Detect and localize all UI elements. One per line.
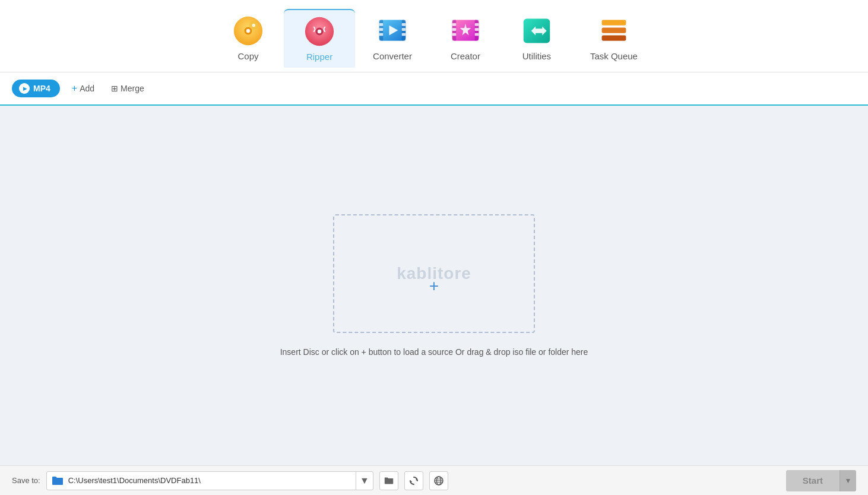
refresh-button[interactable] <box>404 471 423 490</box>
svg-rect-26 <box>475 33 479 36</box>
svg-rect-30 <box>601 20 626 25</box>
merge-label: Merge <box>121 84 144 93</box>
start-button[interactable]: Start <box>786 470 840 491</box>
add-plus-icon: + <box>72 83 77 94</box>
top-navigation: Copy Ripper <box>0 0 868 72</box>
ripper-icon <box>303 15 336 48</box>
converter-icon <box>376 14 409 47</box>
drop-hint-text: Insert Disc or click on + button to load… <box>280 347 588 357</box>
svg-rect-15 <box>402 28 406 31</box>
add-label: Add <box>80 84 94 93</box>
svg-rect-12 <box>379 28 384 31</box>
drop-zone[interactable]: kablitore <box>333 214 535 333</box>
taskqueue-icon <box>597 14 631 47</box>
utilities-label: Utilities <box>522 51 551 61</box>
start-dropdown-button[interactable]: ▼ <box>840 470 856 491</box>
svg-point-2 <box>246 29 251 33</box>
add-button[interactable]: + Add <box>67 80 99 97</box>
mp4-label: MP4 <box>33 84 50 93</box>
nav-item-taskqueue[interactable]: Task Queue <box>572 9 655 67</box>
folder-icon <box>47 476 68 486</box>
utilities-icon <box>520 14 553 47</box>
taskqueue-label: Task Queue <box>590 51 638 61</box>
ripper-label: Ripper <box>306 52 332 62</box>
nav-item-copy[interactable]: Copy <box>213 9 284 67</box>
save-path-input[interactable] <box>68 476 356 485</box>
merge-button[interactable]: ⊞ Merge <box>106 81 149 96</box>
save-to-label: Save to: <box>12 476 40 485</box>
language-button[interactable] <box>429 471 448 490</box>
svg-rect-11 <box>379 23 384 26</box>
svg-rect-13 <box>379 33 384 36</box>
svg-rect-32 <box>601 35 626 40</box>
mp4-button[interactable]: MP4 <box>12 80 60 97</box>
nav-item-utilities[interactable]: Utilities <box>501 9 572 67</box>
copy-icon <box>232 14 265 47</box>
save-path-dropdown[interactable]: ▼ <box>356 472 373 490</box>
svg-point-7 <box>318 30 322 34</box>
creator-icon <box>449 14 482 47</box>
drop-cursor-icon <box>427 280 441 293</box>
svg-rect-21 <box>452 23 457 26</box>
save-path-container: ▼ <box>46 471 373 490</box>
svg-rect-22 <box>452 28 457 31</box>
toolbar: MP4 + Add ⊞ Merge <box>0 72 868 106</box>
svg-rect-23 <box>452 33 457 36</box>
svg-rect-31 <box>601 27 626 33</box>
browse-folder-button[interactable] <box>379 471 398 490</box>
svg-rect-25 <box>475 28 479 31</box>
mp4-play-icon <box>19 83 30 94</box>
nav-item-converter[interactable]: Converter <box>355 9 430 67</box>
nav-item-ripper[interactable]: Ripper <box>284 9 355 68</box>
svg-rect-24 <box>475 23 479 26</box>
converter-label: Converter <box>373 51 412 61</box>
start-group: Start ▼ <box>786 470 856 491</box>
svg-rect-14 <box>402 23 406 26</box>
main-content: kablitore Insert Disc or click on + butt… <box>0 106 868 465</box>
creator-label: Creator <box>451 51 480 61</box>
merge-icon: ⊞ <box>111 84 118 93</box>
nav-item-creator[interactable]: Creator <box>430 9 501 67</box>
svg-point-4 <box>252 24 256 27</box>
bottom-bar: Save to: ▼ Start ▼ <box>0 465 868 495</box>
svg-rect-16 <box>402 33 406 36</box>
copy-label: Copy <box>238 51 259 61</box>
